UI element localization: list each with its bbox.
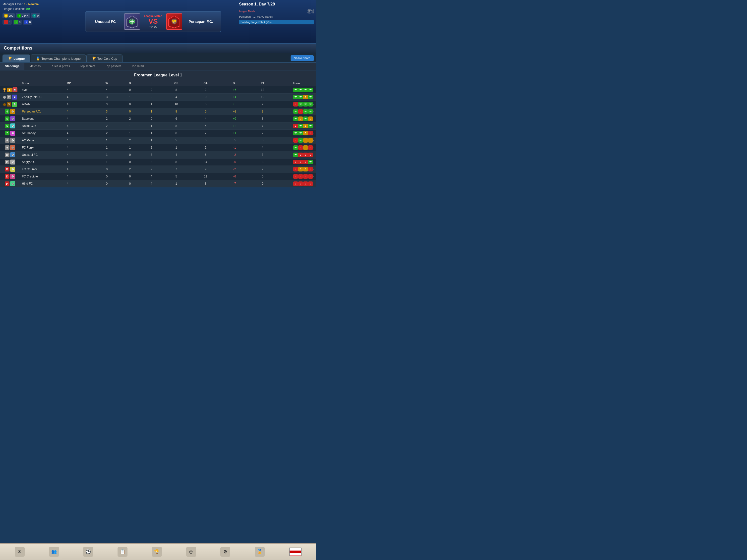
table-row[interactable]: 13 ⚽ FC Credible4004511-60LLLL- [0, 173, 316, 180]
td-w: 1 [95, 144, 119, 151]
table-row[interactable]: ⬤ 2 ⚽ ZAolDyEck FC431040+410WWDW- [0, 94, 316, 101]
td-w: 2 [95, 115, 119, 123]
tab-cup[interactable]: 🏆 Top-Cola Cup [86, 54, 123, 62]
td-form: WWDL- [276, 130, 316, 137]
td-form: LWDD- [276, 137, 316, 144]
sub-tab-passers[interactable]: Top passers [100, 63, 127, 70]
competitions-header: Competitions [0, 44, 316, 53]
sub-tab-standings[interactable]: Standings [0, 63, 24, 70]
td-w: 1 [95, 159, 119, 166]
td-d: 0 [119, 108, 141, 115]
td-mp: 4 [65, 115, 95, 123]
td-dif: +4 [221, 94, 249, 101]
table-row[interactable]: 7 ⚽ AC Handy421187+17WWDL- [0, 130, 316, 137]
tab-champions[interactable]: 🥇 Topkers Champions league [31, 54, 86, 62]
td-gf: 1 [162, 180, 191, 187]
team-name-cell[interactable]: Bacelona [20, 115, 65, 123]
token-icon: T [32, 14, 36, 18]
tabs-row: 🏆 League 🥇 Topkers Champions league 🏆 To… [0, 53, 316, 63]
table-row[interactable]: 4 ⚽ Persepan F.C.430185+39WLWW- [0, 108, 316, 115]
td-gf: 8 [162, 159, 191, 166]
team-name-cell[interactable]: Hind FC [20, 180, 65, 187]
team-name-cell[interactable]: Persepan F.C. [20, 108, 65, 115]
team-name-cell[interactable]: ZAolDyEck FC [20, 94, 65, 101]
team-name-cell[interactable]: FC Chunky [20, 166, 65, 173]
td-ga: 5 [191, 108, 221, 115]
table-row[interactable]: 6 ⚽ NaimFC97421185+37LWDW- [0, 123, 316, 130]
td-mp: 4 [65, 108, 95, 115]
td-d: 1 [119, 144, 141, 151]
table-row[interactable]: 12 ⚽ FC Chunky402279-22LDDL- [0, 166, 316, 173]
sub-tab-matches[interactable]: Matches [24, 63, 46, 70]
td-w: 4 [95, 86, 119, 94]
stat-red: + 0 [2, 20, 12, 25]
stat-stars: ⭐ 200 [2, 13, 15, 18]
sub-tab-scorers[interactable]: Top scorers [75, 63, 100, 70]
vs-text: VS [144, 18, 162, 25]
td-d: 1 [119, 94, 141, 101]
td-dif: -7 [221, 180, 249, 187]
team-name-cell[interactable]: NaimFC97 [20, 123, 65, 130]
header-right: Season 1, Day 7/28 League Match 21/03 05… [236, 0, 316, 43]
team-name-cell[interactable]: AC Handy [20, 130, 65, 137]
match-time: 22:45 [144, 25, 162, 29]
td-mp: 4 [65, 123, 95, 130]
match-label: League Match [144, 15, 162, 18]
table-row[interactable]: 🏆 1 ⚽ river440082+612WWWW- [0, 86, 316, 94]
team-name-cell[interactable]: FC Credible [20, 173, 65, 180]
td-mp: 4 [65, 130, 95, 137]
share-photo-button[interactable]: Share photo [290, 55, 314, 61]
pos-cell: 14 ⚽ [0, 180, 20, 187]
td-mp: 4 [65, 159, 95, 166]
standings-table: Frontmen League Level 1 Team MP W D L GF… [0, 71, 316, 187]
td-ga: 6 [191, 151, 221, 159]
money-icon: $ [17, 14, 21, 18]
td-gf: 10 [162, 101, 191, 108]
svg-rect-4 [130, 21, 134, 22]
tab-champions-label: Topkers Champions league [42, 57, 81, 60]
td-gf: 7 [162, 166, 191, 173]
blue-plus-icon: + [24, 20, 28, 24]
td-l: 4 [141, 173, 162, 180]
table-row[interactable]: 8 ⚽ AC Perky41215505LWDD- [0, 137, 316, 144]
td-l: 4 [141, 180, 162, 187]
td-d: 1 [119, 130, 141, 137]
header-left: Manager Level: 1 - Newbie League Positio… [0, 0, 70, 43]
team-name-cell[interactable]: FC Furry [20, 144, 65, 151]
team-name-cell[interactable]: river [20, 86, 65, 94]
pos-cell: 8 ⚽ [0, 137, 20, 144]
table-row[interactable]: 10 ⚽ Unusual FC410346-23WLLL- [0, 151, 316, 159]
team-name-cell[interactable]: AC Perky [20, 137, 65, 144]
table-title: Frontmen League Level 1 [0, 71, 316, 80]
td-gf: 8 [162, 123, 191, 130]
table-row[interactable]: ⬤ 3 ⚽ ADAM4301105+59LWWW- [0, 101, 316, 108]
tab-league[interactable]: 🏆 League [2, 54, 30, 62]
td-pt: 12 [249, 86, 276, 94]
sub-tab-rules[interactable]: Rules & prizes [46, 63, 75, 70]
green-plus-icon: + [14, 20, 18, 24]
td-mp: 4 [65, 173, 95, 180]
col-d: D [119, 80, 141, 86]
red-plus-icon: + [4, 20, 8, 24]
pos-cell: 9 ⚽ [0, 144, 20, 151]
td-dif: +6 [221, 86, 249, 94]
svg-text:🦁: 🦁 [171, 18, 178, 25]
team-name-cell[interactable]: ADAM [20, 101, 65, 108]
table-row[interactable]: 9 ⚽ FC Furry411212-14WLDL- [0, 144, 316, 151]
td-pt: 3 [249, 159, 276, 166]
home-team-badge [124, 14, 140, 30]
table-row[interactable]: 5 ⚽ Bacelona422064+28WDWD- [0, 115, 316, 123]
td-mp: 4 [65, 137, 95, 144]
td-d: 0 [119, 173, 141, 180]
td-mp: 4 [65, 151, 95, 159]
pos-cell: ⬤ 3 ⚽ [0, 101, 20, 108]
table-row[interactable]: 11 ⚽ Angry A.C.4103814-63LLLW- [0, 159, 316, 166]
sub-tab-rated[interactable]: Top rated [126, 63, 149, 70]
table-row[interactable]: 14 ⚽ Hind FC400418-70LLLL- [0, 180, 316, 187]
team-name-cell[interactable]: Unusual FC [20, 151, 65, 159]
td-ga: 14 [191, 159, 221, 166]
col-pt: PT [249, 80, 276, 86]
td-ga: 2 [191, 86, 221, 94]
td-w: 0 [95, 173, 119, 180]
team-name-cell[interactable]: Angry A.C. [20, 159, 65, 166]
